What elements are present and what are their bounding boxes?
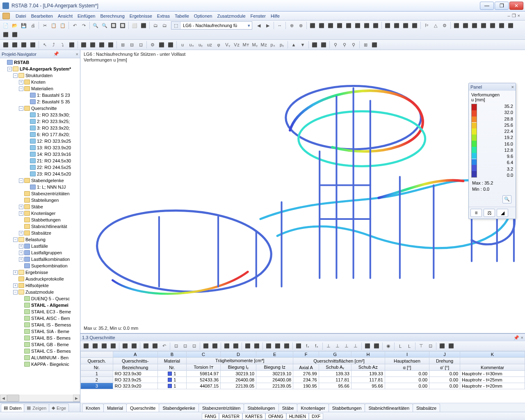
nav-tab-daten[interactable]: ▤Daten: [1, 404, 24, 412]
tree-expander[interactable]: +: [13, 283, 18, 288]
toolbar-button[interactable]: L: [405, 342, 413, 350]
tree-item[interactable]: DUENQ 5 - Quersc: [0, 295, 80, 302]
status-kartes[interactable]: KARTES: [242, 413, 265, 420]
menu-extras[interactable]: Extras: [155, 13, 172, 19]
toolbar-button[interactable]: ⬛: [91, 342, 99, 350]
tree-item[interactable]: STAHL GB - Beme: [0, 341, 80, 348]
tree-item[interactable]: 1: RO 323.9x30;: [0, 112, 80, 118]
menu-datei[interactable]: Datei: [13, 13, 29, 19]
toolbar-button[interactable]: ⊤: [417, 342, 425, 350]
toolbar-button[interactable]: ⬛: [98, 41, 106, 49]
tree-item[interactable]: Stabbettungen: [0, 217, 80, 223]
toolbar-button[interactable]: ◀: [255, 21, 263, 30]
menu-berechnung[interactable]: Berechnung: [98, 13, 127, 19]
toolbar-button[interactable]: ⬛: [232, 342, 240, 350]
toolbar-button[interactable]: ⊡: [137, 41, 145, 49]
table-tab[interactable]: Knoten: [82, 404, 104, 412]
toolbar-button[interactable]: ⬛: [29, 41, 37, 49]
toolbar-button[interactable]: ⬛: [372, 21, 380, 30]
toolbar-button[interactable]: ⬛: [109, 342, 117, 350]
toolbar-button[interactable]: ⚲: [349, 41, 358, 49]
toolbar-button[interactable]: 📂: [11, 21, 19, 30]
scroll-thumb[interactable]: [7, 395, 19, 402]
tree-expander[interactable]: +: [19, 231, 23, 235]
toolbar-button[interactable]: ⬛: [461, 21, 470, 30]
loadcase-selector[interactable]: ⬚LG6 - Nachlaufrechnung fü▾: [171, 21, 252, 30]
toolbar-button[interactable]: Vᵧ: [224, 41, 232, 49]
tree-item[interactable]: +Stabsätze: [0, 230, 80, 236]
tree-item[interactable]: 14: RO 323.9x16: [0, 151, 80, 158]
tree-expander[interactable]: +: [13, 270, 18, 275]
tree-item[interactable]: 23: RO 244.5x20: [0, 171, 80, 177]
toolbar-button[interactable]: Mᴛ: [242, 41, 250, 49]
tree-item[interactable]: ALUMINIUM - Ben: [0, 354, 80, 361]
table-tab[interactable]: Stabexzentrizitäten: [199, 404, 244, 412]
toolbar-button[interactable]: ⬛: [393, 21, 401, 30]
col-header[interactable]: C: [187, 352, 221, 358]
toolbar-button[interactable]: ⤵: [59, 41, 67, 49]
tree-item[interactable]: −Strukturdaten: [0, 72, 80, 79]
col-header[interactable]: E: [256, 352, 293, 358]
tree-item[interactable]: −Stabendgelenke: [0, 177, 80, 184]
toolbar-button[interactable]: ✂: [41, 21, 49, 30]
toolbar-button[interactable]: ⬛: [89, 41, 97, 49]
col-header[interactable]: G: [319, 352, 351, 358]
toolbar-button[interactable]: Mᵧ: [251, 41, 259, 49]
toolbar-button[interactable]: 📋: [50, 21, 58, 30]
col-header[interactable]: H: [351, 352, 385, 358]
navigator-tree[interactable]: RSTAB−LP4-Angerpark System*−Strukturdate…: [0, 58, 80, 395]
panel-tab-filter[interactable]: ◢: [497, 209, 508, 217]
minimize-button[interactable]: —: [480, 2, 494, 10]
tree-item[interactable]: 1: L; NNN NJJ: [0, 184, 80, 190]
table-tab[interactable]: Stabteilungen: [244, 404, 278, 412]
toolbar-button[interactable]: ↔: [276, 21, 284, 30]
tree-item[interactable]: Stabexzentrizitäten: [0, 190, 80, 197]
toolbar-button[interactable]: ⬛: [317, 21, 326, 30]
menu-bearbeiten[interactable]: Bearbeiten: [29, 13, 55, 19]
toolbar-button[interactable]: ⊕: [288, 21, 296, 30]
tree-item[interactable]: Stabnichtlinearität: [0, 223, 80, 230]
col-header[interactable]: A: [113, 352, 158, 358]
tree-expander[interactable]: +: [19, 205, 23, 209]
toolbar-button[interactable]: ⬛: [151, 342, 159, 350]
tree-item[interactable]: KAPPA - Biegeknic: [0, 361, 80, 368]
tree-item[interactable]: STAHL AISC - Bem: [0, 315, 80, 322]
panel-tab-scale[interactable]: ⚖: [484, 209, 495, 217]
toolbar-button[interactable]: ▼: [299, 41, 307, 49]
tree-expander[interactable]: +: [19, 211, 23, 216]
header-nr[interactable]: Quersch.: [81, 358, 113, 364]
tree-item[interactable]: 21: RO 244.5x30: [0, 158, 80, 164]
toolbar-button[interactable]: ⬛: [274, 342, 282, 350]
toolbar-button[interactable]: ⬛: [411, 21, 419, 30]
toolbar-button[interactable]: ⊟: [128, 41, 136, 49]
panel-close-icon[interactable]: ×: [511, 84, 514, 89]
model-viewport[interactable]: LG6 : Nachlaufrechnung für Stützen - unt…: [80, 50, 525, 333]
table-tab[interactable]: Stabnichtlinearitäten: [365, 404, 413, 412]
toolbar-button[interactable]: ⬛: [452, 21, 461, 30]
toolbar-button[interactable]: uₓ: [187, 41, 196, 49]
toolbar-button[interactable]: ⬛: [107, 41, 115, 49]
toolbar-button[interactable]: ◉: [384, 342, 393, 350]
table-tab[interactable]: Stabsätze: [413, 404, 440, 412]
toolbar-button[interactable]: ↖: [41, 41, 49, 49]
status-fang[interactable]: FANG: [202, 413, 219, 420]
col-header[interactable]: F: [293, 352, 319, 358]
tree-item[interactable]: −Querschnitte: [0, 105, 80, 112]
toolbar-button[interactable]: ⬛: [479, 21, 488, 30]
tree-item[interactable]: Stabteilungen: [0, 197, 80, 203]
table-tab[interactable]: Querschnitte: [126, 404, 159, 412]
tree-expander[interactable]: +: [19, 244, 23, 249]
toolbar-button[interactable]: ⬛: [130, 342, 138, 350]
scroll-left-icon[interactable]: ◀: [0, 395, 7, 402]
tree-expander[interactable]: −: [13, 290, 18, 294]
toolbar-button[interactable]: ↶: [71, 21, 79, 30]
table-tab[interactable]: Stabbettungen: [329, 404, 365, 412]
toolbar-button[interactable]: ⬛: [372, 342, 381, 350]
toolbar-button[interactable]: Mᴢ: [260, 41, 268, 49]
toolbar-button[interactable]: ⊥: [333, 342, 342, 350]
data-table[interactable]: ABCDEFGHIJKQuersch.Querschnitts-Material…: [80, 351, 525, 403]
toolbar-button[interactable]: ⬛: [363, 21, 371, 30]
toolbar-button[interactable]: ⬛: [121, 342, 129, 350]
tree-expander[interactable]: −: [19, 106, 23, 111]
col-header[interactable]: K: [460, 352, 525, 358]
